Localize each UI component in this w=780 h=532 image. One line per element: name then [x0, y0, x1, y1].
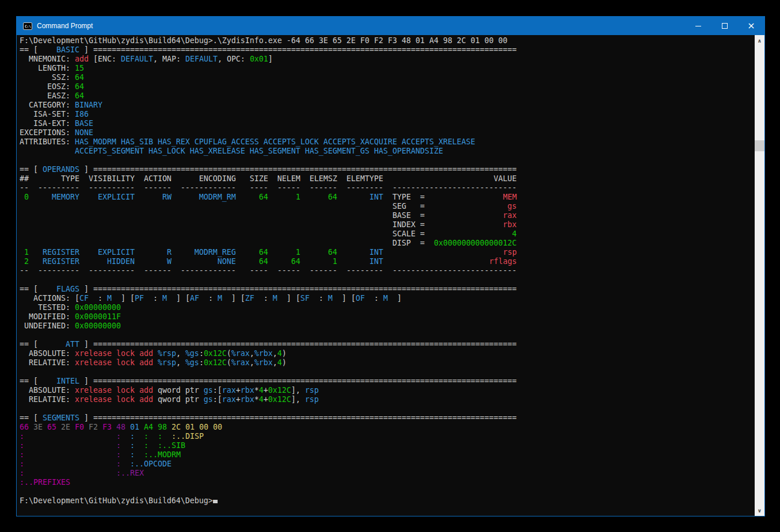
- terminal-output[interactable]: F:\Development\GitHub\zydis\Build64\Debu…: [17, 35, 755, 516]
- terminal-line: [20, 368, 755, 377]
- terminal-text: ABSOLUTE:: [20, 386, 75, 395]
- terminal-text: ]: [79, 414, 93, 422]
- terminal-text: 64: [268, 257, 300, 266]
- terminal-text: M: [328, 294, 333, 303]
- terminal-text: 0x0000011F: [75, 312, 121, 321]
- terminal-text: BASE =: [20, 211, 425, 220]
- terminal-text: [425, 193, 503, 201]
- terminal-text: TYPE =: [383, 193, 425, 201]
- scrollbar-thumb[interactable]: [755, 140, 764, 151]
- terminal-text: :: [20, 441, 24, 450]
- terminal-text: NONE: [172, 257, 236, 266]
- terminal-text: :: [144, 441, 149, 450]
- maximize-button[interactable]: [711, 17, 738, 35]
- window-title: Command Prompt: [37, 22, 685, 30]
- terminal-text: :: [199, 358, 204, 367]
- terminal-text: DEFAULT: [121, 55, 153, 63]
- terminal-line: [20, 275, 755, 285]
- terminal-text: 64: [300, 193, 337, 201]
- terminal-text: MODRM_RM: [172, 193, 236, 201]
- terminal-text: ]: [79, 377, 93, 385]
- terminal-text: :: [20, 460, 24, 468]
- terminal-text: 64: [236, 193, 268, 201]
- terminal-text: :..MODRM: [144, 450, 181, 459]
- terminal-text: +: [264, 395, 268, 404]
- window-controls: ×: [685, 17, 764, 35]
- terminal-line: [20, 404, 755, 414]
- terminal-line: RELATIVE: xrelease lock add %rsp, %gs:0x…: [20, 358, 755, 368]
- terminal-text: qword ptr: [153, 395, 204, 404]
- terminal-text: :: [116, 450, 121, 459]
- terminal-text: :: [130, 441, 135, 450]
- terminal-text: RW: [135, 193, 172, 201]
- close-button[interactable]: ×: [738, 17, 764, 35]
- terminal-line: ## TYPE VISIBILITY ACTION ENCODING SIZE …: [20, 174, 755, 183]
- terminal-text: 64: [300, 248, 337, 257]
- terminal-text: ========================================…: [93, 414, 517, 422]
- terminal-text: [425, 239, 434, 247]
- terminal-text: ] [: [333, 294, 356, 303]
- minimize-icon: [695, 26, 701, 26]
- terminal-line: ABSOLUTE: xrelease lock add %rsp, %gs:0x…: [20, 349, 755, 358]
- terminal-text: gs: [204, 395, 213, 404]
- terminal-text: ISA-SET:: [20, 110, 75, 118]
- titlebar[interactable]: C:\ Command Prompt ×: [17, 17, 764, 35]
- terminal-text: [24, 441, 116, 450]
- terminal-text: , MAP:: [153, 55, 185, 63]
- terminal-text: :: [116, 441, 121, 450]
- scroll-down-icon[interactable]: ∨: [755, 506, 764, 515]
- terminal-text: [121, 460, 130, 468]
- terminal-text: :..DISP: [172, 432, 204, 441]
- terminal-text: == [: [20, 414, 43, 422]
- terminal-line: == [ OPERANDS ] ========================…: [20, 165, 755, 174]
- terminal-text: ,: [273, 349, 277, 358]
- terminal-text: 64: [75, 82, 84, 91]
- terminal-text: %rax: [231, 358, 250, 367]
- terminal-line: 66 3E 65 2E F0 F2 F3 48 01 A4 98 2C 01 0…: [20, 423, 755, 432]
- terminal-text: (: [227, 358, 231, 367]
- terminal-line: 2 REGISTER HIDDEN W NONE 64 64 1 INT rfl…: [20, 257, 755, 266]
- terminal-text: [425, 220, 503, 229]
- terminal-line: [20, 487, 755, 496]
- terminal-text: MEMORY: [29, 193, 79, 201]
- terminal-text: INTEL: [56, 377, 79, 385]
- terminal-text: 1: [268, 248, 300, 257]
- terminal-text: :: [144, 432, 149, 441]
- terminal-text: 01: [130, 423, 144, 431]
- terminal-text: MEM: [503, 193, 517, 201]
- terminal-text: CATEGORY:: [20, 101, 75, 109]
- terminal-text: 3E: [33, 423, 47, 431]
- terminal-text: [383, 248, 503, 257]
- terminal-text: 1: [268, 193, 300, 201]
- terminal-text: 0x12C: [268, 386, 291, 395]
- terminal-text: F:\Development\GitHub\zydis\Build64\Debu…: [20, 36, 508, 45]
- terminal-text: SF: [300, 294, 310, 303]
- terminal-text: REGISTER: [29, 257, 79, 266]
- terminal-text: EOSZ:: [20, 82, 75, 91]
- terminal-text: rsp: [305, 386, 319, 395]
- terminal-text: INT: [337, 193, 383, 201]
- terminal-text: ] [: [112, 294, 135, 303]
- terminal-line: [20, 331, 755, 340]
- minimize-button[interactable]: [685, 17, 711, 35]
- terminal-text: AF: [190, 294, 199, 303]
- terminal-text: ]: [79, 340, 93, 349]
- terminal-text: [24, 469, 116, 477]
- terminal-text: I86: [75, 110, 89, 118]
- terminal-text: F3: [102, 423, 116, 431]
- terminal-line: == [ SEGMENTS ] ========================…: [20, 414, 755, 423]
- terminal-text: 64: [75, 91, 84, 100]
- terminal-text: == [: [20, 340, 66, 349]
- terminal-text: xrelease lock add: [75, 349, 153, 358]
- terminal-text: :: [199, 349, 204, 358]
- terminal-text: BINARY: [75, 101, 102, 109]
- terminal-text: rax: [222, 386, 236, 395]
- scroll-up-icon[interactable]: ∧: [755, 36, 764, 45]
- terminal-text: 1: [20, 248, 29, 257]
- terminal-text: 64: [75, 73, 84, 82]
- terminal-line: ACTIONS: [CF : M ] [PF : M ] [AF : M ] […: [20, 294, 755, 303]
- terminal-text: 0: [20, 193, 29, 201]
- scrollbar[interactable]: ∧ ∨: [755, 35, 764, 516]
- terminal-text: [149, 441, 158, 450]
- terminal-text: ========================================…: [93, 285, 517, 293]
